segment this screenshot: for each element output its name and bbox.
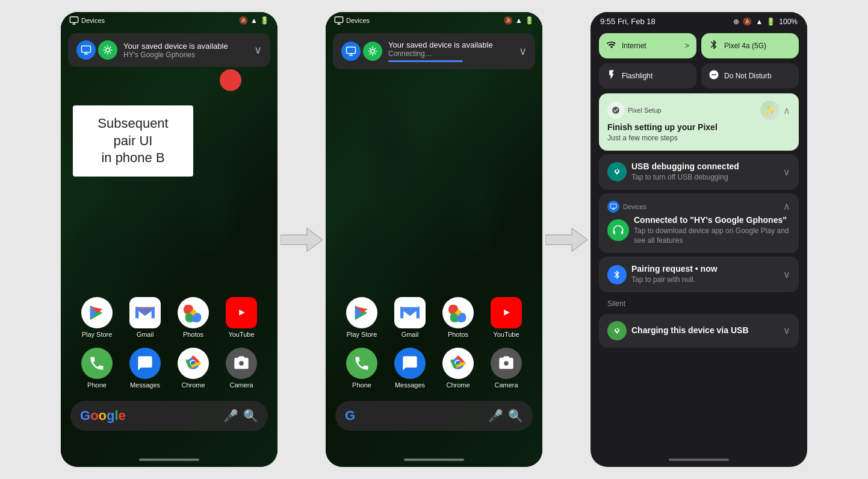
notif-charging-content: Charging this device via USB [631,325,778,336]
battery-icon-1: 🔋 [260,16,269,25]
quick-tile-internet[interactable]: Internet > [599,33,696,58]
mic-icon-2[interactable]: 🎤 [488,409,503,423]
quick-tiles-grid: Internet > Pixel 4a (5G) Flashlight [591,28,807,93]
app-youtube-2[interactable]: YouTube [491,297,522,338]
app-row-1-2: Play Store Gmail [346,297,522,338]
svg-point-6 [106,48,110,52]
notif-devices-text: Connected to "HY's Google Gphones" Tap t… [634,215,790,246]
notif-text-2: Your saved device is available Connectin… [388,40,513,62]
search-bar-2[interactable]: G 🎤 🔍 [335,401,533,431]
app-chrome-label-1: Chrome [181,381,205,389]
app-row-2-2: Phone Messages Chrome [346,348,522,389]
notif-devices-icon-2 [341,42,361,61]
notif-connecting-2: Connecting… [388,49,513,58]
shade-time: 9:55 Fri, Feb 18 [600,17,656,26]
notif-pair-icon-1 [98,40,117,60]
status-bar-label-2: Devices [346,17,370,24]
app-chrome-2[interactable]: Chrome [442,348,474,389]
app-row-2-1: Phone Messages Chrome [81,348,257,389]
wifi-icon-1: ▲ [250,16,258,25]
notif-pairing[interactable]: Pairing request • now Tap to pair with n… [599,257,799,292]
app-messages-label-1: Messages [130,381,160,389]
quick-tile-dnd[interactable]: Do Not Disturb [701,63,799,89]
notif-icons-1 [76,40,117,60]
app-camera-1[interactable]: Camera [226,348,257,389]
notif-usb-debugging[interactable]: USB debugging connected Tap to turn off … [599,154,799,190]
status-bar-1: Devices 🔕 ▲ 🔋 [61,12,277,29]
lens-icon-2[interactable]: 🔍 [508,409,523,423]
app-phone-1[interactable]: Phone [81,348,113,389]
shade-notifications-list: Pixel Setup ✨ ∧ Finish setting up your P… [591,93,807,348]
home-indicator-1 [139,459,199,461]
mute-icon-2: 🔕 [504,16,513,25]
devices-icon-2 [334,16,344,25]
phone-bg-1 [61,12,277,467]
wifi-icon-2: ▲ [515,16,522,25]
app-chrome-label-2: Chrome [446,381,470,389]
notif-usb-content: USB debugging connected Tap to turn off … [631,161,778,183]
app-youtube-1[interactable]: YouTube [226,297,257,338]
app-camera-label-1: Camera [229,381,253,389]
quick-tile-pixel4a[interactable]: Pixel 4a (5G) [701,33,799,58]
flashlight-tile-icon [606,69,617,83]
lens-icon-1[interactable]: 🔍 [243,409,258,423]
dnd-tile-icon [708,69,719,83]
notif-pixel-setup-collapse[interactable]: ∧ [783,105,790,116]
charging-icon [607,321,627,340]
app-gmail-1[interactable]: Gmail [129,297,161,338]
devices-headphone-icon [607,219,629,241]
app-photos-1[interactable]: Photos [178,297,209,338]
notif-charging[interactable]: Charging this device via USB ∨ [599,314,799,348]
notif-devices-collapse[interactable]: ∧ [783,201,790,212]
app-messages-2[interactable]: Messages [394,348,426,389]
app-photos-2[interactable]: Photos [442,297,474,338]
pixel-setup-icon [607,102,624,119]
notif-text-1: Your saved device is available HY's Goog… [123,42,248,59]
notif-usb-body: Tap to turn off USB debugging [631,172,778,183]
mic-icon-1[interactable]: 🎤 [223,409,238,423]
shade-status-icons: ⊕ 🔕 ▲ 🔋 100% [733,17,798,26]
status-bar-2: Devices 🔕 ▲ 🔋 [326,12,542,29]
app-camera-label-2: Camera [494,381,518,389]
notif-charging-expand[interactable]: ∨ [783,325,790,336]
notif-pairing-expand[interactable]: ∨ [783,269,790,280]
notif-pairing-content: Pairing request • now Tap to pair with n… [631,264,778,285]
app-row-1-1: Play Store Gmail [81,297,257,338]
app-messages-1[interactable]: Messages [129,348,161,389]
label-overlay: Subsequent pair UI in phone B [73,105,193,177]
search-bar-1[interactable]: Google 🎤 🔍 [70,401,268,431]
notif-devices-body: Tap to download device app on Google Pla… [634,226,790,246]
notification-card-2[interactable]: Your saved device is available Connectin… [333,33,535,69]
notif-pair-icon-2 [363,42,382,61]
quick-tile-flashlight[interactable]: Flashlight [599,63,696,89]
app-phone-2[interactable]: Phone [346,348,377,389]
notif-pixel-setup[interactable]: Pixel Setup ✨ ∧ Finish setting up your P… [599,93,799,151]
notification-card-1[interactable]: Your saved device is available HY's Goog… [68,33,270,67]
pairing-bluetooth-icon [607,265,627,284]
flashlight-tile-label: Flashlight [622,72,653,80]
shade-status-bar: 9:55 Fri, Feb 18 ⊕ 🔕 ▲ 🔋 100% [591,12,807,28]
phone-panel-1: Devices 🔕 ▲ 🔋 Your saved device is avail… [61,12,277,467]
notif-chevron-2[interactable]: ∨ [519,45,527,58]
app-playstore-1[interactable]: Play Store [81,297,113,338]
app-grid-1: Play Store Gmail [61,297,277,389]
app-playstore-2[interactable]: Play Store [346,297,377,338]
app-photos-label-1: Photos [183,331,203,338]
status-bar-right-1: 🔕 ▲ 🔋 [239,16,269,25]
app-camera-2[interactable]: Camera [491,348,522,389]
notif-usb-expand[interactable]: ∨ [783,166,790,178]
app-chrome-1[interactable]: Chrome [178,348,209,389]
notif-charging-title: Charging this device via USB [631,325,778,335]
google-g-icon-2: G [345,408,355,424]
notif-devices[interactable]: Devices ∧ Connected to "HY's Google Gpho… [599,193,799,254]
app-messages-label-2: Messages [395,381,425,389]
notif-devices-title: Connected to "HY's Google Gphones" [634,215,790,225]
notification-shade-panel: 9:55 Fri, Feb 18 ⊕ 🔕 ▲ 🔋 100% Internet > [591,12,807,467]
app-gmail-2[interactable]: Gmail [394,297,426,338]
shade-battery-percent: 100% [779,17,798,26]
svg-rect-0 [70,17,78,22]
notif-devices-header: Devices ∧ [607,201,790,213]
red-dot-indicator [220,69,241,91]
notif-chevron-1[interactable]: ∨ [254,43,262,57]
svg-marker-10 [281,228,323,251]
